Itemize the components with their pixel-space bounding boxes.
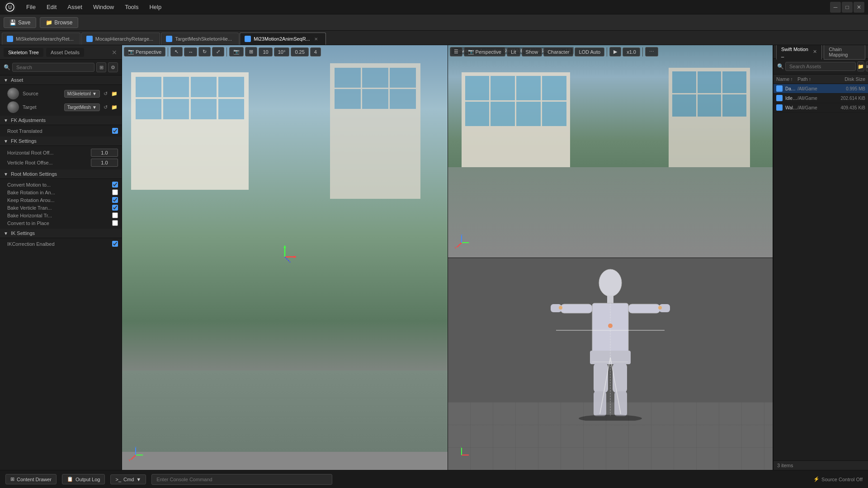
select-tool-button[interactable]: ↖ (170, 47, 183, 56)
browse-button[interactable]: 📁 Browse (40, 17, 78, 28)
asset-details-tab[interactable]: Asset Details (46, 48, 84, 57)
fk-settings-header[interactable]: ▼ FK Settings (0, 136, 122, 146)
viewport-menu-button[interactable]: ☰ (450, 47, 462, 56)
search-icon: 🔍 (4, 64, 10, 70)
minimize-button[interactable]: ─ (830, 2, 841, 13)
grid-button[interactable]: ⊞ (245, 47, 257, 56)
source-reset-icon[interactable]: ↺ (102, 90, 109, 97)
tab-3[interactable]: TargetMeshSkeletonHie... (161, 33, 239, 45)
character-button[interactable]: Character (543, 47, 573, 56)
right-top-viewport[interactable]: Previewing Animation SwiftMotionAnimSequ… (448, 45, 774, 258)
verticle-root-input[interactable] (91, 159, 118, 167)
lod-button[interactable]: LOD Auto (575, 47, 604, 56)
asset-section-header[interactable]: ▼ Asset (0, 75, 122, 85)
grid-view-button[interactable]: ⊞ (96, 62, 106, 72)
status-right: ⚡ Source Control Off (813, 476, 863, 482)
menu-tools[interactable]: Tools (120, 2, 143, 12)
tab-4[interactable]: Mi23Motion2AnimSeqR... ✕ (240, 33, 326, 45)
angle-10-button[interactable]: 10° (274, 47, 290, 56)
root-translated-checkbox[interactable] (112, 128, 118, 134)
rotate-tool-button[interactable]: ↻ (198, 47, 211, 56)
column-size-header[interactable]: Disk Size (834, 76, 865, 82)
asset-folder-button[interactable]: 📁 (857, 61, 864, 71)
camera-settings-button[interactable]: 📷 (229, 47, 244, 56)
scale-025-button[interactable]: 0.25 (291, 47, 308, 56)
building-right (330, 63, 420, 199)
horizontal-root-input[interactable] (91, 149, 118, 157)
left-viewport[interactable]: 📷 Perspective ↖ ↔ ↻ ⤢ 📷 ⊞ 10 10° 0.25 4 (122, 45, 448, 470)
separator (168, 47, 168, 56)
chain-mapping-tab[interactable]: Chain Mapping (824, 45, 865, 60)
panel-close-button[interactable]: ✕ (111, 49, 118, 56)
skeleton-tree-tab[interactable]: Skeleton Tree (4, 48, 43, 57)
menu-asset[interactable]: Asset (63, 2, 87, 12)
camera-speed-button[interactable]: 4 (310, 47, 321, 56)
cmd-button[interactable]: >_ Cmd ▼ (110, 474, 146, 484)
fk-adjustments-content: Root Translated (0, 125, 122, 136)
more-button[interactable]: ⋯ (645, 47, 658, 56)
content-drawer-button[interactable]: ⊞ Content Drawer (5, 474, 57, 484)
target-browse-icon[interactable]: 📁 (111, 103, 118, 111)
tab-close-button[interactable]: ✕ (313, 36, 319, 42)
target-mesh-button[interactable]: TargetMesh ▼ (64, 103, 100, 111)
verticle-root-label: Verticle Root Offse... (7, 160, 87, 165)
panel-header: Skeleton Tree Asset Details ✕ (0, 45, 122, 60)
svg-marker-5 (283, 246, 286, 248)
menu-edit[interactable]: Edit (42, 2, 61, 12)
asset-size: 0.995 MB (834, 86, 865, 91)
tab-close-icon[interactable]: ✕ (813, 49, 817, 55)
translate-tool-button[interactable]: ↔ (184, 47, 197, 56)
tabs-bar: MiSkeletonHierarchyRet... MocapHierarchy… (0, 31, 868, 45)
right-viewports: Previewing Animation SwiftMotionAnimSequ… (448, 45, 774, 470)
right-bottom-viewport[interactable]: X Y (448, 258, 774, 470)
playback-speed-button[interactable]: x1.0 (623, 47, 640, 56)
svg-rect-25 (628, 304, 660, 313)
asset-filter-button[interactable]: ≡ (866, 61, 868, 71)
menu-help[interactable]: Help (145, 2, 166, 12)
bake-rotation-row: Bake Rotation in An... (0, 188, 122, 196)
menu-file[interactable]: File (22, 2, 40, 12)
convert-in-place-checkbox[interactable] (112, 220, 118, 226)
tab-2[interactable]: MocapHierarchyRetarge... (81, 33, 160, 45)
maximize-button[interactable]: □ (842, 2, 853, 13)
ik-correction-checkbox[interactable] (112, 241, 118, 247)
ik-settings-header[interactable]: ▼ IK Settings (0, 229, 122, 238)
save-button[interactable]: 💾 Save (4, 17, 36, 28)
console-input[interactable] (151, 474, 332, 485)
close-button[interactable]: ✕ (854, 2, 864, 13)
settings-button[interactable]: ⚙ (108, 62, 118, 72)
perspective-button-right[interactable]: 📷 Perspective (464, 47, 505, 56)
source-control-button[interactable]: ⚡ Source Control Off (813, 476, 863, 482)
source-browse-icon[interactable]: 📁 (111, 90, 118, 97)
building-right-env (462, 72, 570, 181)
column-path-header[interactable]: Path ↑ (797, 76, 834, 82)
keep-rotation-row: Keep Rotation Arou... (0, 196, 122, 204)
svg-marker-3 (294, 256, 296, 258)
show-button[interactable]: Show (522, 47, 542, 56)
target-reset-icon[interactable]: ↺ (102, 103, 109, 111)
play-button[interactable]: ▶ (609, 47, 621, 56)
asset-search-input[interactable] (785, 62, 856, 71)
scale-tool-button[interactable]: ⤢ (212, 47, 224, 56)
column-name-header[interactable]: Name ↑ (776, 76, 797, 82)
bake-horizontal-checkbox[interactable] (112, 212, 118, 218)
source-mesh-button[interactable]: MiSkeletonI ▼ (64, 90, 100, 98)
bake-rotation-checkbox[interactable] (112, 189, 118, 195)
perspective-button-left[interactable]: 📷 Perspective (124, 47, 165, 56)
snap-10-button[interactable]: 10 (259, 47, 272, 56)
menu-window[interactable]: Window (89, 2, 118, 12)
tab-1[interactable]: MiSkeletonHierarchyRet... (2, 33, 80, 45)
lit-button[interactable]: Lit (507, 47, 520, 56)
swift-motion-tab[interactable]: Swift Motion _ ✕ (776, 45, 822, 60)
output-log-button[interactable]: 📋 Output Log (62, 474, 105, 484)
root-motion-header[interactable]: ▼ Root Motion Settings (0, 169, 122, 179)
convert-motion-checkbox[interactable] (112, 182, 118, 188)
fk-adjustments-header[interactable]: ▼ FK Adjustments (0, 116, 122, 125)
asset-row-dancing[interactable]: Dancing_2_Anim /All/Game 0.995 MB (774, 84, 868, 94)
keep-rotation-checkbox[interactable] (112, 197, 118, 203)
collapse-arrow-icon: ▼ (4, 172, 8, 177)
asset-row-idle[interactable]: Idle_Anim_mixam /All/Game 202.614 KiB (774, 94, 868, 103)
asset-row-walking[interactable]: Walking_1_Anim /All/Game 409.435 KiB (774, 103, 868, 113)
search-input[interactable] (12, 63, 94, 72)
bake-verticle-checkbox[interactable] (112, 205, 118, 211)
